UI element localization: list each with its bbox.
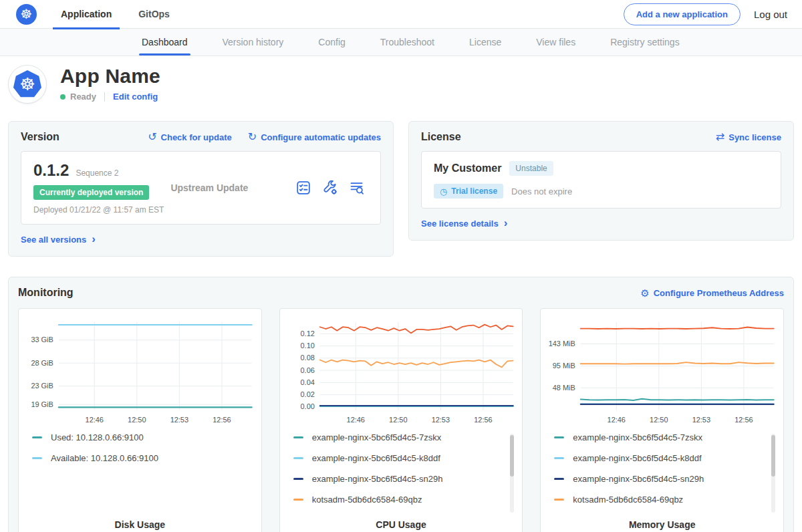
svg-text:12:53: 12:53 bbox=[692, 416, 710, 424]
helm-wheel-glyph: ☸ bbox=[21, 7, 33, 21]
chevron-right-icon: › bbox=[504, 217, 508, 229]
see-all-versions-link[interactable]: See all versions › bbox=[21, 234, 96, 245]
legend-color-dash-icon bbox=[293, 478, 303, 480]
deployed-timestamp: Deployed 01/21/22 @ 11:57 am EST bbox=[33, 205, 170, 215]
tab-label: Config bbox=[318, 37, 345, 47]
tab-version-history[interactable]: Version history bbox=[221, 29, 285, 55]
svg-text:0.08: 0.08 bbox=[300, 354, 314, 362]
svg-text:0.04: 0.04 bbox=[300, 378, 314, 386]
chart-title: Memory Usage bbox=[545, 519, 779, 530]
nav-tab-label: Application bbox=[61, 9, 112, 19]
legend-scrollbar-track[interactable] bbox=[510, 434, 514, 513]
legend-color-dash-icon bbox=[554, 478, 564, 480]
svg-text:0.02: 0.02 bbox=[300, 390, 314, 398]
svg-text:0.12: 0.12 bbox=[300, 329, 314, 338]
tab-label: Registry settings bbox=[610, 37, 679, 47]
cpu-usage-plot: 0.000.020.040.060.080.100.1212:4612:5012… bbox=[284, 315, 519, 427]
trial-license-badge: ◷ Trial license bbox=[434, 184, 503, 198]
configure-automatic-updates-link[interactable]: ↻ Configure automatic updates bbox=[248, 132, 381, 142]
legend-color-dash-icon bbox=[32, 457, 42, 459]
license-details-panel: My Customer Unstable ◷ Trial license Doe… bbox=[421, 151, 781, 209]
sync-license-link[interactable]: ⇄ Sync license bbox=[716, 132, 781, 142]
view-deploy-logs-icon[interactable] bbox=[350, 180, 364, 195]
legend-color-dash-icon bbox=[32, 436, 42, 438]
nav-tab-gitops[interactable]: GitOps bbox=[129, 0, 179, 29]
disk-usage-plot: 19 GiB23 GiB28 GiB33 GiB12:4612:5012:531… bbox=[23, 315, 257, 427]
top-nav-bar: ☸ Application GitOps Add a new applicati… bbox=[0, 0, 802, 29]
svg-text:48 MiB: 48 MiB bbox=[553, 384, 575, 392]
svg-text:12:46: 12:46 bbox=[86, 416, 104, 424]
chevron-right-icon: › bbox=[92, 233, 96, 245]
memory-usage-plot: 48 MiB95 MiB143 MiB12:4612:5012:5312:56 bbox=[545, 315, 779, 427]
version-source-label: Upstream Update bbox=[170, 182, 296, 193]
line-chart: 19 GiB23 GiB28 GiB33 GiB12:4612:5012:531… bbox=[23, 315, 257, 427]
legend-label: example-nginx-5bc6f5d4c5-7zskx bbox=[573, 432, 702, 442]
svg-text:0.06: 0.06 bbox=[300, 366, 314, 374]
svg-text:143 MiB: 143 MiB bbox=[549, 340, 575, 348]
check-for-update-link[interactable]: ↺ Check for update bbox=[148, 132, 232, 142]
tab-label: License bbox=[469, 37, 501, 47]
line-chart: 0.000.020.040.060.080.100.1212:4612:5012… bbox=[284, 315, 519, 427]
sync-icon: ⇄ bbox=[716, 132, 724, 142]
preflight-checks-icon[interactable] bbox=[296, 180, 311, 195]
configure-prometheus-link[interactable]: ⚙ Configure Prometheus Address bbox=[640, 288, 784, 298]
legend-scrollbar-track[interactable] bbox=[771, 434, 775, 513]
tab-dashboard[interactable]: Dashboard bbox=[140, 29, 189, 55]
svg-text:12:56: 12:56 bbox=[213, 416, 231, 424]
svg-text:28 GiB: 28 GiB bbox=[31, 359, 53, 367]
link-label: Check for update bbox=[161, 132, 232, 142]
deployed-status-badge: Currently deployed version bbox=[33, 185, 149, 200]
version-number: 0.1.2 bbox=[33, 161, 69, 180]
svg-text:19 GiB: 19 GiB bbox=[31, 400, 53, 408]
customer-name: My Customer bbox=[434, 162, 501, 174]
edit-config-link[interactable]: Edit config bbox=[113, 92, 158, 102]
logout-link[interactable]: Log out bbox=[754, 9, 793, 20]
gear-icon: ⚙ bbox=[640, 288, 649, 298]
nav-tab-application[interactable]: Application bbox=[51, 0, 121, 29]
svg-text:12:56: 12:56 bbox=[735, 416, 753, 424]
license-card: License ⇄ Sync license My Customer Unsta… bbox=[408, 121, 794, 241]
status-badge: Ready bbox=[70, 92, 96, 102]
tab-troubleshoot[interactable]: Troubleshoot bbox=[379, 29, 436, 55]
kubernetes-app-icon: ☸ bbox=[13, 70, 41, 98]
edit-config-values-icon[interactable] bbox=[323, 180, 338, 195]
version-card: Version ↺ Check for update ↻ Configure a… bbox=[8, 121, 394, 257]
chart-legend: Used: 10.128.0.66:9100Available: 10.128.… bbox=[32, 432, 255, 517]
line-chart: 48 MiB95 MiB143 MiB12:4612:5012:5312:56 bbox=[545, 315, 779, 427]
current-version-panel: 0.1.2 Sequence 2 Currently deployed vers… bbox=[21, 151, 381, 225]
legend-item: kotsadm-5db6dc6584-69qbz bbox=[554, 495, 777, 505]
see-license-details-link[interactable]: See license details › bbox=[421, 218, 507, 229]
chart-legend: example-nginx-5bc6f5d4c5-7zskxexample-ng… bbox=[293, 432, 516, 517]
legend-item: example-nginx-5bc6f5d4c5-7zskx bbox=[554, 432, 777, 442]
legend-item: kotsadm-5db6dc6584-69qbz bbox=[293, 495, 516, 505]
legend-label: example-nginx-5bc6f5d4c5-k8ddf bbox=[573, 453, 701, 463]
nav-tab-label: GitOps bbox=[138, 9, 170, 19]
svg-text:33 GiB: 33 GiB bbox=[31, 336, 53, 344]
status-dot-icon bbox=[60, 94, 65, 100]
legend-item: Available: 10.128.0.66:9100 bbox=[32, 453, 255, 463]
tab-config[interactable]: Config bbox=[317, 29, 346, 55]
refresh-icon: ↺ bbox=[148, 132, 156, 142]
legend-color-dash-icon bbox=[293, 499, 303, 501]
memory-usage-chart-card: 48 MiB95 MiB143 MiB12:4612:5012:5312:56 … bbox=[540, 308, 784, 532]
svg-text:95 MiB: 95 MiB bbox=[553, 362, 575, 370]
svg-text:12:50: 12:50 bbox=[128, 416, 146, 424]
svg-text:12:46: 12:46 bbox=[346, 416, 364, 424]
legend-color-dash-icon bbox=[554, 457, 564, 459]
legend-label: example-nginx-5bc6f5d4c5-sn29h bbox=[573, 474, 704, 484]
legend-scrollbar-thumb[interactable] bbox=[510, 435, 514, 477]
tab-registry-settings[interactable]: Registry settings bbox=[609, 29, 680, 55]
legend-label: kotsadm-5db6dc6584-69qbz bbox=[573, 495, 683, 505]
svg-text:23 GiB: 23 GiB bbox=[31, 382, 53, 390]
app-header: ☸ App Name Ready Edit config bbox=[0, 56, 802, 116]
legend-scrollbar-thumb[interactable] bbox=[771, 435, 775, 477]
svg-text:12:46: 12:46 bbox=[608, 416, 626, 424]
tab-license[interactable]: License bbox=[468, 29, 503, 55]
link-label: See license details bbox=[421, 219, 499, 229]
legend-color-dash-icon bbox=[293, 457, 303, 459]
chart-title: Disk Usage bbox=[23, 519, 257, 530]
legend-label: Used: 10.128.0.66:9100 bbox=[51, 432, 144, 442]
tab-view-files[interactable]: View files bbox=[535, 29, 577, 55]
disk-usage-chart-card: 19 GiB23 GiB28 GiB33 GiB12:4612:5012:531… bbox=[18, 308, 262, 532]
add-application-button[interactable]: Add a new application bbox=[624, 3, 741, 25]
